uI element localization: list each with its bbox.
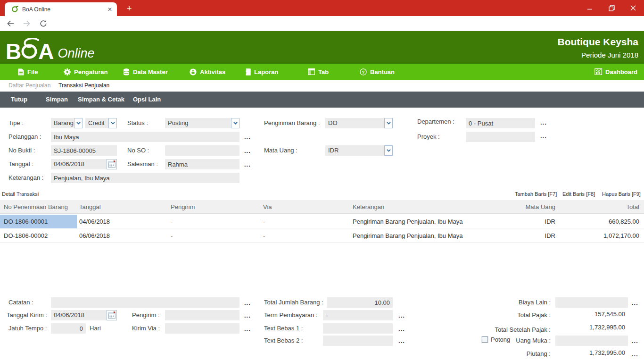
menu-item-pengaturan[interactable]: Pengaturan <box>64 64 108 80</box>
text-bebas1-field[interactable] <box>323 323 393 334</box>
tambah-baris-button[interactable]: Tambah Baris [F7] <box>515 191 557 197</box>
tab-transaksi-penjualan[interactable]: Transaksi Penjualan <box>58 80 109 92</box>
restore-icon[interactable] <box>601 0 622 16</box>
chevron-down-icon[interactable] <box>384 118 393 128</box>
piutang-lookup-button[interactable]: ... <box>632 350 638 360</box>
tipe-credit-dropdown[interactable]: Credit <box>85 118 117 128</box>
total-jumlah-barang-field[interactable] <box>327 297 393 308</box>
pengirim-lookup-button[interactable]: ... <box>244 311 251 321</box>
text-bebas2-lookup-button[interactable]: ... <box>398 336 405 347</box>
menu-item-dashboard[interactable]: Dashboard <box>594 64 637 80</box>
minimize-icon[interactable] <box>579 0 601 16</box>
salesman-lookup-button[interactable]: ... <box>244 160 251 170</box>
cell-mata-uang[interactable]: IDR <box>545 229 555 243</box>
hapus-baris-button[interactable]: Hapus Baris [F9] <box>602 191 641 197</box>
keterangan-field[interactable] <box>51 173 239 183</box>
pengiriman-barang-value: DO <box>328 118 338 128</box>
chevron-down-icon[interactable] <box>108 118 117 128</box>
no-bukti-field[interactable] <box>51 145 117 156</box>
biaya-lain-field[interactable] <box>555 297 628 308</box>
cell-keterangan[interactable]: Pengiriman Barang Penjualan, Ibu Maya <box>353 215 462 228</box>
proyek-lookup-button[interactable]: ... <box>540 132 547 142</box>
cell-tanggal[interactable]: 04/06/2018 <box>79 215 110 228</box>
kirim-via-field[interactable] <box>165 323 239 334</box>
opsi-lain-button[interactable]: Opsi Lain <box>133 92 161 108</box>
cell-pengirim[interactable]: - <box>171 229 173 243</box>
jatuh-tempo-field[interactable] <box>51 323 86 334</box>
edit-baris-button[interactable]: Edit Baris [F8] <box>562 191 595 197</box>
term-lookup-button[interactable]: ... <box>398 311 405 321</box>
simpan-cetak-button[interactable]: Simpan & Cetak <box>78 92 124 108</box>
calendar-icon[interactable] <box>107 159 117 169</box>
tanggal-kirim-field[interactable]: 04/06/2018 <box>51 310 117 320</box>
pengirim-field[interactable] <box>165 310 239 320</box>
cell-no[interactable]: DO-1806-00001 <box>4 215 48 228</box>
tutup-button[interactable]: Tutup <box>11 92 27 108</box>
text-bebas1-lookup-button[interactable]: ... <box>398 324 405 335</box>
biaya-lain-lookup-button[interactable]: ... <box>632 298 638 309</box>
menu-item-data-master[interactable]: Data Master <box>123 64 168 80</box>
cell-pengirim[interactable]: - <box>171 215 173 228</box>
close-window-icon[interactable] <box>622 0 644 16</box>
menu-item-aktivitas[interactable]: Aktivitas <box>190 64 225 80</box>
tab-icon <box>308 68 315 75</box>
pengirim-label: Pengirim : <box>132 310 160 320</box>
kirim-via-lookup-button[interactable]: ... <box>244 324 251 335</box>
proyek-field[interactable] <box>466 132 535 142</box>
table-row[interactable]: DO-1806-00001 04/06/2018 - - Pengiriman … <box>0 215 644 228</box>
tanggal-field[interactable]: 04/06/2018 <box>51 159 117 169</box>
uang-muka-lookup-button[interactable]: ... <box>632 336 638 347</box>
uang-muka-field[interactable] <box>555 336 628 346</box>
tab-daftar-penjualan[interactable]: Daftar Penjualan <box>8 80 50 92</box>
menu-item-tab[interactable]: Tab <box>308 64 329 80</box>
no-so-field[interactable] <box>165 145 239 156</box>
cell-no[interactable]: DO-1806-00002 <box>4 229 48 243</box>
catatan-field[interactable] <box>51 297 239 308</box>
potong-checkbox[interactable] <box>482 336 488 343</box>
chevron-down-icon[interactable] <box>384 145 393 156</box>
departemen-lookup-button[interactable]: ... <box>540 118 547 128</box>
refresh-icon[interactable] <box>40 20 47 29</box>
no-so-lookup-button[interactable]: ... <box>244 146 251 157</box>
new-tab-icon[interactable]: + <box>124 3 135 14</box>
text-bebas2-field[interactable] <box>323 336 393 346</box>
calendar-icon[interactable] <box>107 310 117 320</box>
simpan-button[interactable]: Simpan <box>46 92 68 108</box>
menu-item-laporan[interactable]: Laporan <box>245 64 278 80</box>
menu-bar: File Pengaturan Data Master Aktivitas La… <box>0 64 644 80</box>
pelanggan-lookup-button[interactable]: ... <box>244 133 251 143</box>
tab-close-icon[interactable]: ✕ <box>107 6 113 13</box>
menu-item-file[interactable]: File <box>18 64 38 80</box>
total-pajak-value: 157,545.00 <box>594 309 625 319</box>
forward-icon[interactable] <box>23 20 31 29</box>
mata-uang-label: Mata Uang : <box>264 145 297 156</box>
cell-total[interactable]: 660,825.00 <box>609 215 639 228</box>
chevron-down-icon[interactable] <box>74 118 83 128</box>
dashboard-icon <box>594 68 602 75</box>
menu-item-bantuan[interactable]: ? Bantuan <box>360 64 395 80</box>
browser-tab[interactable]: BoA Online ✕ <box>5 2 117 16</box>
cell-total[interactable]: 1,072,170.00 <box>603 229 639 243</box>
period-label: Periode Juni 2018 <box>581 51 638 59</box>
app-header: B A Online Boutique Keysha Periode Juni … <box>0 31 644 64</box>
salesman-field[interactable] <box>165 159 239 169</box>
table-row[interactable]: DO-1806-00002 06/06/2018 - - Pengiriman … <box>0 229 644 243</box>
back-icon[interactable] <box>7 20 15 29</box>
cell-mata-uang[interactable]: IDR <box>545 215 555 228</box>
departemen-label: Departemen : <box>417 117 454 127</box>
departemen-field[interactable] <box>466 118 535 128</box>
term-pembayaran-field[interactable] <box>323 310 393 320</box>
status-dropdown[interactable]: Posting <box>165 118 239 128</box>
pelanggan-field[interactable] <box>51 132 239 142</box>
cell-via[interactable]: - <box>263 215 265 228</box>
mata-uang-dropdown[interactable]: IDR <box>325 145 393 156</box>
status-label: Status : <box>127 118 148 128</box>
piutang-value: 1,732,995.00 <box>589 348 625 358</box>
catatan-lookup-button[interactable]: ... <box>244 298 251 309</box>
pengiriman-barang-dropdown[interactable]: DO <box>325 118 393 128</box>
cell-tanggal[interactable]: 06/06/2018 <box>79 229 110 243</box>
tipe-dropdown[interactable]: Barang <box>51 118 83 128</box>
cell-keterangan[interactable]: Pengiriman Barang Penjualan, Ibu Maya <box>353 229 462 243</box>
cell-via[interactable]: - <box>263 229 265 243</box>
chevron-down-icon[interactable] <box>231 118 239 128</box>
